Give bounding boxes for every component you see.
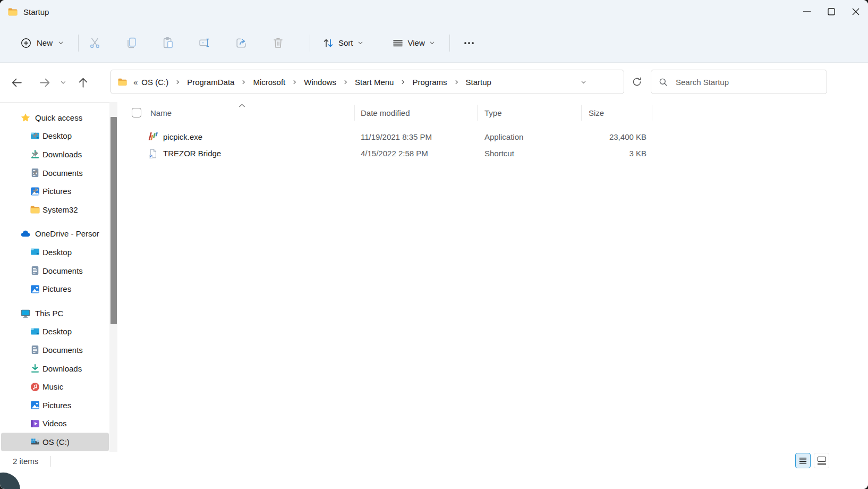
sort-button[interactable]: Sort (317, 32, 369, 54)
toolbar-separator (310, 35, 310, 52)
sidebar-item-pictures[interactable]: Pictures (1, 396, 109, 415)
sidebar-item-label: Pictures (42, 284, 71, 293)
sidebar-item-documents[interactable]: Documents (1, 341, 109, 359)
sidebar-item-os-c[interactable]: OS (C:) (1, 433, 109, 451)
breadcrumb-segment[interactable]: Programs (411, 77, 448, 88)
rename-button[interactable] (192, 31, 217, 55)
file-row[interactable]: TREZOR Bridge4/15/2022 2:58 PMShortcut3 … (117, 145, 868, 162)
documents-icon (30, 265, 40, 276)
column-header-type[interactable]: Type (484, 102, 502, 123)
column-separator[interactable] (477, 105, 478, 121)
breadcrumb-segment[interactable]: Startup (464, 77, 493, 88)
sidebar-item-quick-access[interactable]: Quick access (1, 108, 109, 127)
share-button[interactable] (229, 31, 253, 55)
breadcrumb-collapsed-indicator[interactable]: « (133, 78, 138, 87)
sidebar-item-downloads[interactable]: Downloads (1, 145, 109, 164)
sidebar-item-documents[interactable]: Documents (1, 262, 109, 280)
file-row[interactable]: picpick.exe11/19/2021 8:35 PMApplication… (117, 129, 868, 145)
back-button[interactable] (10, 76, 23, 89)
breadcrumb-segment[interactable]: ProgramData (185, 77, 236, 88)
sidebar-item-desktop[interactable]: Desktop (1, 323, 109, 341)
copy-icon (125, 36, 138, 49)
breadcrumb-chevron-icon (454, 79, 459, 85)
file-size: 23,400 KB (609, 129, 646, 145)
breadcrumb-segment[interactable]: Microsoft (251, 77, 287, 88)
address-dropdown-button[interactable] (577, 70, 590, 94)
sort-button-label: Sort (338, 38, 353, 47)
window-controls (795, 0, 868, 23)
sidebar-item-desktop[interactable]: Desktop (1, 243, 109, 262)
minimize-button[interactable] (795, 0, 819, 23)
column-header-name[interactable]: Name (150, 102, 172, 123)
sidebar-item-label: Documents (42, 266, 83, 275)
copy-button[interactable] (119, 31, 143, 55)
breadcrumb-chevron-icon (343, 79, 348, 85)
navigation-pane: Quick accessDesktopDownloadsDocumentsPic… (0, 102, 110, 452)
column-header-size[interactable]: Size (589, 102, 604, 123)
up-button[interactable] (76, 76, 89, 89)
recent-locations-button[interactable] (59, 79, 67, 86)
sidebar-item-music[interactable]: Music (1, 377, 109, 396)
refresh-button[interactable] (629, 70, 645, 94)
file-date-modified: 4/15/2022 2:58 PM (361, 145, 428, 162)
column-separator[interactable] (581, 105, 582, 121)
breadcrumb-segment[interactable]: Start Menu (353, 77, 395, 88)
sidebar-item-label: Documents (42, 168, 83, 178)
select-all-checkbox[interactable] (132, 108, 141, 117)
sidebar-scrollbar-thumb[interactable] (110, 117, 117, 324)
delete-icon (271, 36, 285, 49)
sidebar-item-videos[interactable]: Videos (1, 415, 109, 433)
window-folder-icon (7, 6, 19, 18)
view-button[interactable]: View (386, 32, 441, 54)
window-title: Startup (23, 7, 49, 16)
sidebar-item-pictures[interactable]: Pictures (1, 280, 109, 298)
breadcrumb-chevron-icon (400, 79, 406, 85)
sidebar-item-onedrive-persor[interactable]: OneDrive - Persor (1, 225, 109, 243)
file-date-modified: 11/19/2021 8:35 PM (361, 129, 432, 145)
paste-button[interactable] (156, 31, 180, 55)
file-type: Application (484, 129, 523, 145)
details-view-button[interactable] (795, 453, 811, 468)
more-options-button[interactable] (458, 32, 480, 54)
toolbar-separator (449, 35, 450, 52)
search-box (651, 70, 827, 94)
cut-button[interactable] (82, 31, 107, 55)
sidebar-item-pictures[interactable]: Pictures (1, 182, 109, 200)
sidebar-item-this-pc[interactable]: This PC (1, 304, 109, 323)
new-button[interactable]: New (15, 33, 70, 53)
desktop-icon (30, 247, 40, 257)
address-bar[interactable]: « OS (C:)ProgramDataMicrosoftWindowsStar… (110, 70, 624, 94)
sidebar-item-label: System32 (42, 205, 78, 214)
sidebar-item-documents[interactable]: Documents (1, 164, 109, 182)
items-count: 2 items (13, 457, 38, 466)
pin-icon (30, 131, 40, 141)
column-separator[interactable] (354, 105, 355, 121)
file-name[interactable]: picpick.exe (163, 129, 202, 145)
thumbnails-view-button[interactable] (814, 453, 829, 468)
close-button[interactable] (844, 0, 868, 23)
breadcrumb-chevron-icon (241, 79, 246, 85)
breadcrumb-segment[interactable]: OS (C:) (140, 77, 170, 88)
up-icon (76, 76, 90, 89)
column-separator[interactable] (652, 105, 652, 121)
desktop-icon (30, 326, 40, 337)
sidebar-item-label: Quick access (35, 113, 82, 122)
breadcrumb-chevron-icon (175, 79, 181, 85)
sidebar-item-system32[interactable]: System32 (1, 200, 109, 219)
sidebar-item-label: Downloads (42, 364, 82, 373)
sort-ascending-icon (238, 103, 246, 108)
search-input[interactable] (675, 77, 810, 87)
sidebar-item-desktop[interactable]: Desktop (1, 127, 109, 146)
breadcrumb-segment[interactable]: Windows (302, 77, 338, 88)
file-name[interactable]: TREZOR Bridge (163, 145, 221, 162)
sidebar-scrollbar-track[interactable] (109, 102, 117, 452)
delete-button[interactable] (266, 31, 290, 55)
column-header-date-modified[interactable]: Date modified (361, 102, 410, 123)
forward-button[interactable] (38, 76, 51, 89)
sidebar-item-downloads[interactable]: Downloads (1, 359, 109, 378)
status-bar: 2 items (0, 452, 868, 489)
command-toolbar: New Sort View (0, 23, 868, 63)
maximize-button[interactable] (819, 0, 844, 23)
title-bar: Startup (0, 0, 868, 23)
forward-icon (38, 76, 52, 89)
